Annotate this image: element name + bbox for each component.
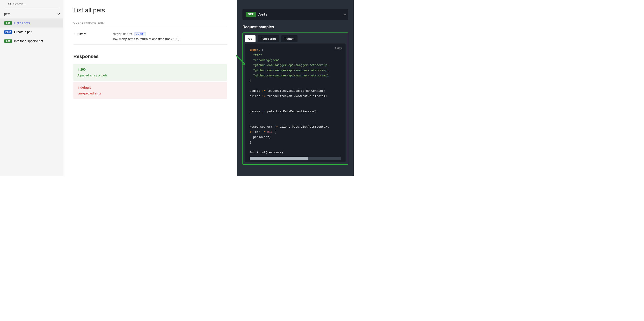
param-desc-cell: integer <int32> <= 100 How many items to… (112, 32, 227, 41)
sidebar-item-label: Info for a specific pet (14, 39, 43, 43)
chevron-down-icon (344, 13, 346, 15)
scrollbar-thumb[interactable] (250, 157, 308, 160)
param-description: How many items to return at one time (ma… (112, 37, 227, 41)
request-samples-box: Go TypeScript Python Copy import ( "fmt"… (242, 32, 348, 165)
chevron-right-icon (77, 86, 80, 89)
response-code: 200 (80, 68, 86, 71)
response-code-row: 200 (78, 68, 223, 71)
copy-button[interactable]: Copy (335, 46, 342, 50)
responses-title: Responses (73, 54, 227, 59)
horizontal-scrollbar[interactable] (250, 157, 341, 160)
search-box (4, 0, 59, 8)
sidebar: pets GET List all pets POST Create a pet… (0, 0, 64, 176)
response-code-row: default (78, 86, 223, 89)
sidebar-item-label: Create a pet (14, 30, 32, 34)
sidebar-item-list-all-pets[interactable]: GET List all pets (0, 18, 63, 27)
endpoint-path: /pets (258, 13, 341, 16)
method-badge: POST (4, 30, 12, 34)
tab-go[interactable]: Go (245, 35, 256, 42)
response-200[interactable]: 200 A paged array of pets (73, 64, 227, 81)
param-name-cell: → limit (73, 32, 107, 41)
response-default[interactable]: default unexpected error (73, 82, 227, 99)
query-parameters-label: QUERY PARAMETERS (73, 21, 227, 26)
method-badge: GET (246, 12, 256, 17)
param-type: integer <int32> (112, 32, 133, 36)
request-samples-title: Request samples (242, 25, 348, 29)
response-code: default (80, 86, 91, 89)
tab-python[interactable]: Python (281, 35, 298, 42)
method-badge: GET (4, 21, 12, 24)
endpoint-selector[interactable]: GET /pets (242, 9, 348, 20)
search-icon (8, 2, 11, 6)
svg-line-1 (10, 5, 11, 6)
sidebar-section-label: pets (4, 12, 10, 16)
tab-typescript[interactable]: TypeScript (258, 35, 279, 42)
svg-point-0 (8, 3, 10, 5)
response-description: unexpected error (78, 92, 223, 95)
method-badge: GET (4, 39, 12, 43)
page-title: List all pets (73, 7, 227, 14)
chevron-down-icon (58, 12, 60, 15)
code-tabs: Go TypeScript Python (245, 35, 346, 42)
sidebar-item-create-a-pet[interactable]: POST Create a pet (0, 27, 63, 36)
code-container: Copy import ( "fmt" "encoding/json" "git… (245, 43, 346, 162)
search-input[interactable] (13, 2, 55, 6)
arrow-right-icon: → (73, 32, 75, 35)
param-name: limit (76, 32, 86, 36)
param-row: → limit integer <int32> <= 100 How many … (73, 30, 227, 45)
main-content: List all pets QUERY PARAMETERS → limit i… (64, 0, 237, 176)
param-constraint: <= 100 (134, 32, 146, 36)
sidebar-item-label: List all pets (14, 21, 30, 25)
sidebar-item-info-for-a-specific-pet[interactable]: GET Info for a specific pet (0, 36, 63, 45)
response-description: A paged array of pets (78, 73, 223, 77)
chevron-right-icon (77, 68, 80, 71)
right-panel: GET /pets Request samples Go TypeScript … (237, 0, 354, 176)
code-sample: import ( "fmt" "encoding/json" "github.c… (250, 48, 341, 155)
sidebar-section-pets[interactable]: pets (0, 8, 63, 18)
